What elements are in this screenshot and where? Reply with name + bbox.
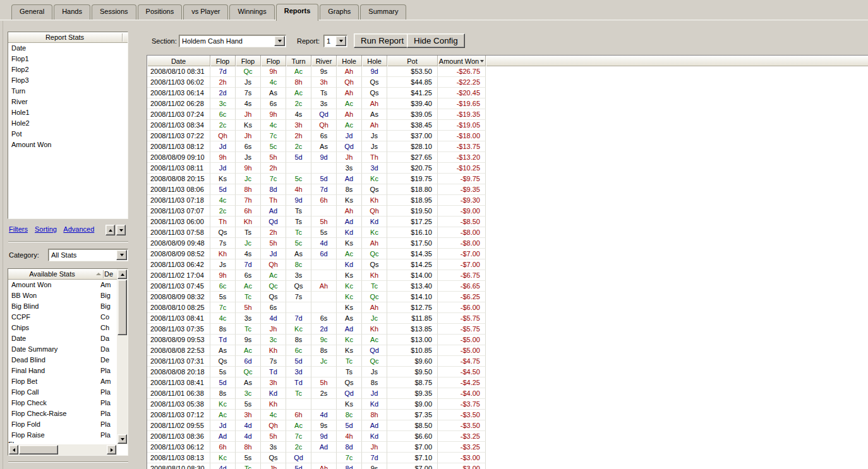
- available-stat-item-date-summary[interactable]: Date SummaryDa: [8, 344, 117, 355]
- table-row[interactable]: 2008/11/03 06:42Js7dQh8cKdQs$14.25-$7.00: [147, 259, 868, 270]
- table-row[interactable]: 2008/08/08 20:15KsJc7c5c5dAdKc$19.75-$9.…: [147, 174, 868, 184]
- column-header-pot-8[interactable]: Pot: [387, 56, 438, 66]
- table-row[interactable]: 2008/11/03 07:31Qs6d7s5dJcTcQc$9.60-$4.7…: [147, 356, 868, 367]
- desc-column-header[interactable]: De: [104, 270, 117, 278]
- table-row[interactable]: 2008/08/10 08:317dQc9hAc9sAh9d$53.50-$26…: [147, 66, 868, 77]
- table-row[interactable]: 2008/11/03 08:13Kc5sQsQd7c7d$7.10-$3.00: [147, 453, 868, 463]
- available-stat-item-flop-bet[interactable]: Flop BetAm: [8, 376, 117, 387]
- table-row[interactable]: 2008/08/09 09:109hJs5h5d9dJhTh$27.65-$13…: [147, 152, 868, 163]
- table-row[interactable]: 2008/08/09 08:325sTcQs7sKcQc$14.10-$6.25: [147, 292, 868, 302]
- table-row[interactable]: 2008/11/03 05:38Kc5sKhKsKd$9.00-$3.75: [147, 399, 868, 410]
- table-row[interactable]: 2008/08/08 20:185sQcTd3dTsJs$9.50-$4.50: [147, 367, 868, 377]
- report-stat-item-pot[interactable]: Pot: [8, 129, 128, 140]
- scroll-left-button[interactable]: [9, 445, 18, 454]
- advanced-link[interactable]: Advanced: [63, 225, 94, 233]
- table-row[interactable]: 2008/08/09 08:52Kh4sJdAs6dAcQc$14.35-$7.…: [147, 249, 868, 259]
- tab-positions[interactable]: Positions: [138, 4, 183, 20]
- table-row[interactable]: 2008/08/10 08:304dTcJh5dAh8d9s$7.00-$3.0…: [147, 463, 868, 469]
- table-row[interactable]: 2008/11/03 08:415dAs3hTd5hQs8s$8.75-$4.2…: [147, 377, 868, 388]
- table-row[interactable]: 2008/11/03 08:342cKs4c3hQhAcAh$38.45-$19…: [147, 120, 868, 131]
- report-stat-item-hole2[interactable]: Hole2: [8, 118, 128, 129]
- column-header-hole-6[interactable]: Hole: [337, 56, 362, 66]
- table-row[interactable]: 2008/11/02 09:55Jd4dQhAc9s5dAd$8.50-$3.5…: [147, 420, 868, 431]
- sorting-link[interactable]: Sorting: [35, 225, 57, 233]
- hide-config-button[interactable]: Hide Config: [407, 33, 465, 48]
- available-stat-item-bb-won[interactable]: BB WonBig: [8, 290, 117, 301]
- tab-winnings[interactable]: Winnings: [229, 4, 274, 20]
- tab-reports[interactable]: Reports: [276, 4, 319, 21]
- table-row[interactable]: 2008/11/03 07:12Ac3h4c6h4d8c8h$7.35-$3.5…: [147, 410, 868, 420]
- table-row[interactable]: 2008/11/03 08:12Jd6s5c2cAsQdJs$28.10-$13…: [147, 141, 868, 152]
- move-up-button[interactable]: [105, 225, 115, 235]
- vertical-scroll-thumb[interactable]: [118, 280, 127, 335]
- column-header-amount-won-9[interactable]: Amount Won: [438, 56, 486, 66]
- report-stat-item-flop1[interactable]: Flop1: [8, 54, 128, 64]
- available-stat-item-big-blind[interactable]: Big BlindBig: [8, 301, 117, 312]
- available-stat-item-flop-raise[interactable]: Flop RaisePla: [8, 430, 117, 441]
- table-row[interactable]: 2008/11/03 07:072c6hAdTsAhQh$19.50-$9.00: [147, 206, 868, 217]
- table-row[interactable]: 2008/08/10 08:257c5h6sKsAh$12.75-$6.00: [147, 302, 868, 313]
- report-stat-item-flop2[interactable]: Flop2: [8, 64, 128, 75]
- column-header-turn-4[interactable]: Turn: [286, 56, 311, 66]
- scroll-down-button[interactable]: [118, 434, 127, 444]
- report-stats-header[interactable]: Report Stats: [8, 32, 128, 43]
- column-header-flop-3[interactable]: Flop: [261, 56, 286, 66]
- table-row[interactable]: 2008/11/02 17:049h6sAc3sKsKh$14.00-$6.75: [147, 270, 868, 281]
- column-header-flop-2[interactable]: Flop: [236, 56, 261, 66]
- available-stat-item-dead-blind[interactable]: Dead BlindDe: [8, 355, 117, 365]
- available-stat-item-date[interactable]: DateDa: [8, 333, 117, 344]
- tab-vs-player[interactable]: vs Player: [183, 4, 228, 20]
- tab-graphs[interactable]: Graphs: [320, 4, 359, 20]
- section-dropdown-button[interactable]: [274, 36, 285, 46]
- table-row[interactable]: 2008/11/03 07:246cJh9h4sQdAhAs$39.05-$19…: [147, 109, 868, 120]
- available-stat-item-flop-fold[interactable]: Flop FoldPla: [8, 419, 117, 430]
- filters-link[interactable]: Filters: [9, 225, 28, 233]
- column-header-flop-1[interactable]: Flop: [210, 56, 236, 66]
- report-number-select[interactable]: 1: [323, 35, 347, 47]
- column-header-hole-7[interactable]: Hole: [362, 56, 387, 66]
- table-row[interactable]: 2008/11/03 07:184c7hTh9d6hKsKh$18.95-$9.…: [147, 195, 868, 206]
- report-stat-item-river[interactable]: River: [8, 97, 128, 107]
- table-row[interactable]: 2008/11/03 08:11Jd9h2h3s3d$20.75-$10.25: [147, 163, 868, 174]
- tab-hands[interactable]: Hands: [54, 4, 90, 20]
- available-stat-item-flop-check-raise[interactable]: Flop Check-RaisePla: [8, 408, 117, 419]
- report-stat-item-turn[interactable]: Turn: [8, 86, 128, 97]
- tab-summary[interactable]: Summary: [360, 4, 406, 20]
- move-down-button[interactable]: [116, 225, 126, 235]
- available-stat-item-flop-call[interactable]: Flop CallPla: [8, 387, 117, 398]
- table-row[interactable]: 2008/11/03 07:22QhJh7c2h6sJdJs$37.00-$18…: [147, 131, 868, 141]
- table-row[interactable]: 2008/11/01 06:388s3cKdTc2sQdJd$9.35-$4.0…: [147, 388, 868, 399]
- table-row[interactable]: 2008/11/03 07:58QsTs2hTc5sKdKc$16.10-$8.…: [147, 227, 868, 238]
- table-row[interactable]: 2008/11/03 08:414c3s4d7d6sAsJc$11.85-$5.…: [147, 313, 868, 324]
- scroll-right-button[interactable]: [107, 445, 116, 454]
- section-select[interactable]: Holdem Cash Hand: [179, 35, 286, 47]
- table-row[interactable]: 2008/11/03 07:358sTcJhKc2dAdKh$13.85-$5.…: [147, 324, 868, 335]
- table-row[interactable]: 2008/08/08 22:53AsAcKh6c8sKsQd$10.85-$5.…: [147, 345, 868, 356]
- table-row[interactable]: 2008/11/03 08:36Ad4d5h7c9d4hKd$6.60-$3.2…: [147, 431, 868, 442]
- report-stat-item-date[interactable]: Date: [8, 43, 128, 54]
- available-stat-item-flop-check[interactable]: Flop CheckPla: [8, 398, 117, 408]
- horizontal-scrollbar[interactable]: [8, 444, 117, 455]
- table-row[interactable]: 2008/08/09 09:53Td9s3c8s9cKcAc$13.00-$5.…: [147, 335, 868, 345]
- available-stats-header[interactable]: Available Stats De: [8, 269, 117, 280]
- available-stat-item-ccpf[interactable]: CCPFCo: [8, 312, 117, 323]
- table-row[interactable]: 2008/11/03 08:065d8h8d4h7d8sQs$18.80-$9.…: [147, 184, 868, 195]
- table-row[interactable]: 2008/11/03 07:456cAcQcQsAhKcTc$13.40-$6.…: [147, 281, 868, 292]
- available-stat-item-final-hand[interactable]: Final HandPla: [8, 365, 117, 376]
- scroll-up-button[interactable]: [118, 270, 127, 279]
- horizontal-scroll-thumb[interactable]: [19, 445, 58, 454]
- table-row[interactable]: 2008/08/09 09:487sJc5h5c4dKsAh$17.50-$8.…: [147, 238, 868, 249]
- report-stat-item-hole1[interactable]: Hole1: [8, 107, 128, 118]
- table-row[interactable]: 2008/11/02 06:283c4s6s2c3sAcAh$39.40-$19…: [147, 98, 868, 109]
- category-dropdown-button[interactable]: [116, 250, 127, 260]
- run-report-button[interactable]: Run Report: [354, 33, 411, 48]
- report-stat-item-flop3[interactable]: Flop3: [8, 75, 128, 86]
- table-row[interactable]: 2008/11/03 06:022hJs4c8h3hQhQs$44.85-$22…: [147, 77, 868, 88]
- tab-general[interactable]: General: [11, 4, 52, 20]
- report-dropdown-button[interactable]: [335, 36, 346, 46]
- available-stat-item-amount-won[interactable]: Amount WonAm: [8, 280, 117, 290]
- report-stat-item-amount-won[interactable]: Amount Won: [8, 140, 128, 150]
- vertical-scrollbar[interactable]: [117, 269, 128, 444]
- table-row[interactable]: 2008/11/03 06:126h8h3s2cAd8dJh$7.00-$3.2…: [147, 442, 868, 453]
- available-stat-item-chips[interactable]: ChipsCh: [8, 323, 117, 333]
